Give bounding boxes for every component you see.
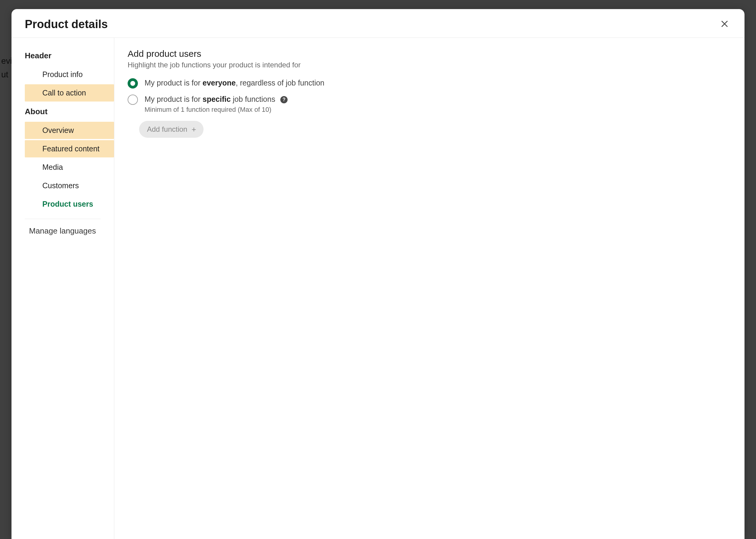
add-function-button: Add function + xyxy=(139,121,204,138)
close-button[interactable] xyxy=(718,18,731,31)
sidebar-section-header: Header xyxy=(12,47,114,65)
option-specific-note: Minimum of 1 function required (Max of 1… xyxy=(144,106,288,114)
radio-specific[interactable] xyxy=(128,95,138,105)
sidebar-item-product-info[interactable]: Product info xyxy=(25,66,114,83)
modal-header: Product details xyxy=(12,9,744,38)
option-specific-row: My product is for specific job functions… xyxy=(128,94,731,114)
content-title: Add product users xyxy=(128,49,731,59)
sidebar-item-featured-content[interactable]: Featured content xyxy=(25,140,114,157)
radio-everyone[interactable] xyxy=(128,78,138,89)
sidebar-section-about: About xyxy=(12,103,114,120)
plus-icon: + xyxy=(191,125,196,133)
add-function-label: Add function xyxy=(147,125,187,133)
product-details-modal: Product details Header Product info Call… xyxy=(12,9,744,539)
option-specific-label: My product is for specific job functions… xyxy=(144,94,288,105)
sidebar: Header Product info Call to action About… xyxy=(12,38,114,539)
close-icon xyxy=(720,19,729,29)
content-subtitle: Highlight the job functions your product… xyxy=(128,61,731,69)
sidebar-item-overview[interactable]: Overview xyxy=(25,122,114,139)
help-icon[interactable]: ? xyxy=(280,96,288,103)
sidebar-item-call-to-action[interactable]: Call to action xyxy=(25,84,114,102)
sidebar-item-manage-languages[interactable]: Manage languages xyxy=(25,222,114,240)
sidebar-item-customers[interactable]: Customers xyxy=(25,177,114,194)
modal-title: Product details xyxy=(25,18,108,31)
option-everyone-label: My product is for everyone, regardless o… xyxy=(144,78,325,88)
sidebar-divider xyxy=(25,219,101,219)
content-pane: Add product users Highlight the job func… xyxy=(114,38,744,539)
option-everyone-row: My product is for everyone, regardless o… xyxy=(128,78,731,89)
sidebar-item-product-users[interactable]: Product users xyxy=(25,195,114,213)
sidebar-item-media[interactable]: Media xyxy=(25,159,114,176)
